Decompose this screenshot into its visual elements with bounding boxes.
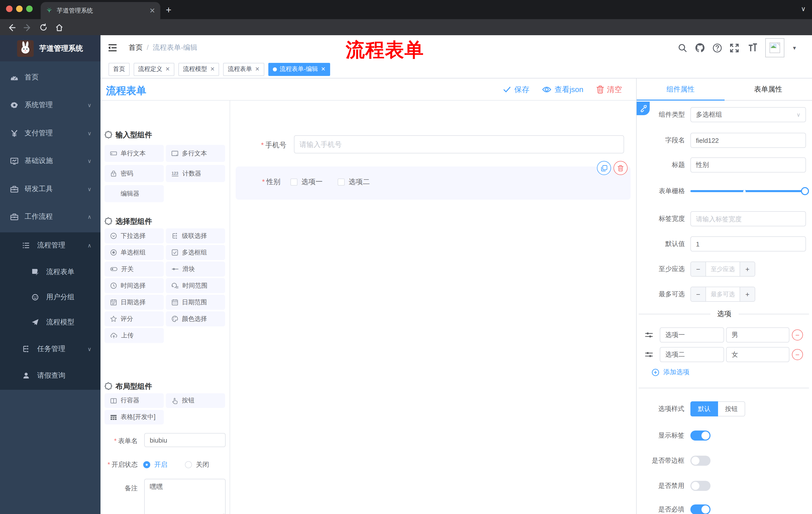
sidebar-item-process-model[interactable]: 流程模型 bbox=[0, 309, 100, 335]
component-radio-group[interactable]: 单选框组 bbox=[105, 245, 164, 260]
sidebar-item-home[interactable]: 首页 bbox=[0, 63, 100, 91]
status-radio-off[interactable]: 关闭 bbox=[185, 460, 209, 469]
browser-tab[interactable]: 芋道管理系统 ✕ bbox=[41, 2, 160, 19]
tag-process-definition[interactable]: 流程定义✕ bbox=[134, 63, 174, 76]
traffic-zoom-button[interactable] bbox=[26, 5, 33, 12]
max-select-stepper[interactable]: − 最多可选 + bbox=[690, 287, 806, 302]
remove-option-button[interactable]: − bbox=[792, 349, 803, 360]
component-date-picker[interactable]: 日期选择 bbox=[105, 295, 164, 310]
option-drag-icon[interactable] bbox=[645, 351, 653, 359]
clear-button[interactable]: 清空 bbox=[597, 85, 622, 94]
gender-option1[interactable]: 选项一 bbox=[290, 178, 323, 187]
copy-component-button[interactable] bbox=[597, 161, 611, 175]
tag-close-icon[interactable]: ✕ bbox=[165, 66, 170, 73]
breadcrumb-home[interactable]: 首页 bbox=[128, 43, 143, 52]
stepper-minus-button[interactable]: − bbox=[691, 262, 706, 276]
component-color-picker[interactable]: 颜色选择 bbox=[166, 311, 225, 326]
style-default-button[interactable]: 默认 bbox=[690, 401, 718, 416]
sidebar-item-process-form[interactable]: 流程表单 bbox=[0, 259, 100, 285]
help-icon[interactable] bbox=[713, 43, 722, 53]
tab-form-props[interactable]: 表单属性 bbox=[724, 78, 812, 101]
traffic-minimize-button[interactable] bbox=[16, 5, 23, 12]
show-label-switch[interactable] bbox=[690, 431, 710, 440]
sidebar-item-process-mgmt[interactable]: 流程管理 ∧ bbox=[0, 232, 100, 259]
phone-field-input[interactable] bbox=[294, 135, 624, 154]
sidebar-item-workflow[interactable]: 工作流程 ∧ bbox=[0, 203, 100, 231]
tag-close-icon[interactable]: ✕ bbox=[255, 66, 260, 73]
reload-icon[interactable] bbox=[39, 23, 48, 32]
title-input[interactable] bbox=[690, 157, 806, 172]
delete-component-button[interactable] bbox=[613, 161, 628, 175]
component-slider[interactable]: 滑块 bbox=[166, 262, 225, 277]
sidebar-logo-row[interactable]: 芋道管理系统 bbox=[0, 35, 100, 61]
sidebar-item-payment[interactable]: 支付管理 ∨ bbox=[0, 119, 100, 147]
stepper-minus-button[interactable]: − bbox=[691, 287, 706, 301]
tab-search-caret-icon[interactable]: ∨ bbox=[801, 5, 806, 12]
sidebar-collapse-icon[interactable] bbox=[108, 43, 118, 53]
option-value-input[interactable] bbox=[726, 327, 789, 343]
component-upload[interactable]: 上传 bbox=[105, 328, 164, 343]
tag-process-form-edit[interactable]: 流程表单-编辑✕ bbox=[268, 63, 330, 76]
home-icon[interactable] bbox=[55, 23, 64, 32]
avatar[interactable] bbox=[765, 38, 784, 57]
component-editor[interactable]: 编辑器 bbox=[105, 185, 164, 202]
field-name-input[interactable] bbox=[690, 133, 806, 148]
stepper-value[interactable]: 最多可选 bbox=[706, 287, 740, 301]
tag-home[interactable]: 首页 bbox=[109, 63, 129, 76]
required-switch[interactable] bbox=[690, 505, 710, 514]
component-date-range[interactable]: 日期范围 bbox=[166, 295, 225, 310]
default-value-input[interactable] bbox=[690, 236, 806, 251]
form-grid-slider[interactable] bbox=[690, 187, 806, 195]
component-checkbox-group[interactable]: 多选框组 bbox=[166, 245, 225, 260]
component-single-text[interactable]: 单行文本 bbox=[105, 145, 164, 162]
tag-close-icon[interactable]: ✕ bbox=[210, 66, 214, 73]
tab-close-icon[interactable]: ✕ bbox=[149, 7, 155, 14]
stepper-plus-button[interactable]: + bbox=[740, 262, 755, 276]
option-label-input[interactable] bbox=[660, 327, 724, 343]
tag-process-form[interactable]: 流程表单✕ bbox=[223, 63, 264, 76]
add-option-button[interactable]: 添加选项 bbox=[652, 368, 689, 377]
component-type-select[interactable]: 多选框组∨ bbox=[690, 107, 806, 122]
traffic-close-button[interactable] bbox=[6, 5, 12, 12]
component-password[interactable]: 密码 bbox=[105, 165, 164, 182]
component-row-container[interactable]: 行容器 bbox=[105, 393, 164, 408]
option-label-input[interactable] bbox=[660, 347, 724, 362]
github-icon[interactable] bbox=[695, 43, 705, 53]
sidebar-item-leave-query[interactable]: 请假查询 bbox=[0, 362, 100, 389]
component-table[interactable]: 表格[开发中] bbox=[105, 410, 164, 425]
tag-process-model[interactable]: 流程模型✕ bbox=[178, 63, 219, 76]
stepper-plus-button[interactable]: + bbox=[740, 287, 755, 301]
gender-option2[interactable]: 选项二 bbox=[338, 178, 370, 187]
disabled-switch[interactable] bbox=[690, 481, 710, 491]
back-icon[interactable] bbox=[7, 23, 16, 32]
label-width-input[interactable] bbox=[690, 211, 806, 226]
form-remark-textarea[interactable]: 嘿嘿 bbox=[144, 479, 226, 514]
avatar-caret-icon[interactable]: ▼ bbox=[792, 45, 797, 51]
option-drag-icon[interactable] bbox=[645, 331, 653, 339]
component-cascader[interactable]: 级联选择 bbox=[166, 228, 225, 243]
component-button[interactable]: 按钮 bbox=[166, 393, 225, 408]
style-button-button[interactable]: 按钮 bbox=[718, 401, 745, 416]
component-multi-text[interactable]: 多行文本 bbox=[166, 145, 225, 162]
stepper-value[interactable]: 至少应选 bbox=[706, 262, 740, 276]
checkbox-icon[interactable] bbox=[338, 179, 345, 186]
min-select-stepper[interactable]: − 至少应选 + bbox=[690, 262, 806, 277]
selected-component-gender[interactable]: 性别 选项一 选项二 bbox=[236, 166, 631, 200]
search-icon[interactable] bbox=[678, 43, 687, 53]
component-time-picker[interactable]: 时间选择 bbox=[105, 278, 164, 293]
checkbox-icon[interactable] bbox=[290, 179, 297, 186]
font-size-icon[interactable] bbox=[747, 43, 758, 52]
remove-option-button[interactable]: − bbox=[792, 329, 803, 341]
component-time-range[interactable]: 时间范围 bbox=[166, 278, 225, 293]
new-tab-button[interactable]: + bbox=[166, 4, 171, 16]
fullscreen-icon[interactable] bbox=[730, 43, 739, 53]
view-json-button[interactable]: 查看json bbox=[543, 85, 583, 94]
option-value-input[interactable] bbox=[726, 347, 789, 362]
status-radio-on[interactable]: 开启 bbox=[143, 460, 167, 469]
slider-handle[interactable] bbox=[801, 187, 809, 195]
sidebar-item-system[interactable]: 系统管理 ∨ bbox=[0, 91, 100, 119]
save-button[interactable]: 保存 bbox=[503, 85, 529, 94]
border-switch[interactable] bbox=[690, 456, 710, 466]
form-name-input[interactable] bbox=[144, 433, 226, 447]
component-counter[interactable]: 123 计数器 bbox=[166, 165, 225, 182]
